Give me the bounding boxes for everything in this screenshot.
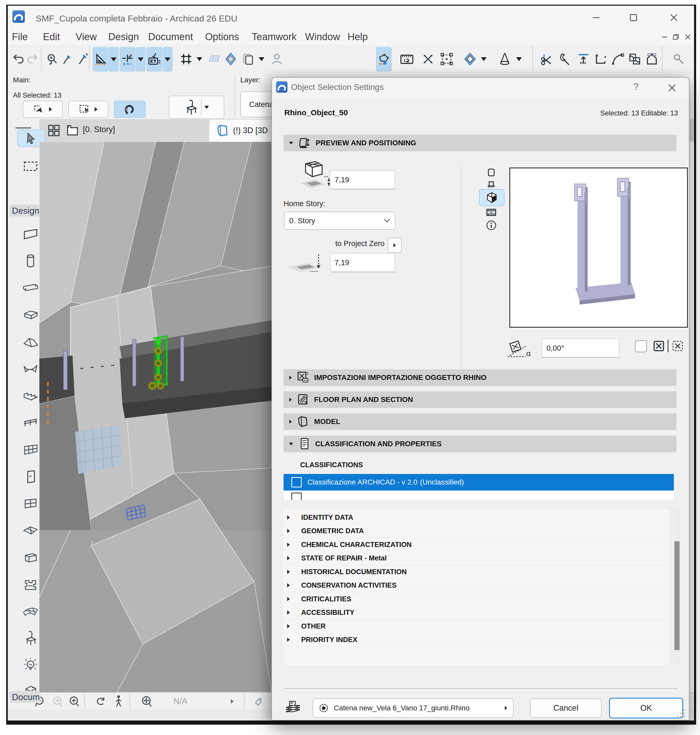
preview-section-button[interactable] [485,207,498,218]
home-story-dropdown[interactable]: 0. Story [284,212,396,230]
undo-button[interactable] [10,47,25,71]
dialog-layer-combo[interactable]: Catena new_Vela 6_Vano 17_giunti.Rhino [313,698,513,717]
measure-button[interactable] [399,47,414,71]
editing-plane-button[interactable] [223,47,238,71]
dialog-title-bar[interactable]: Object Selection Settings ? [272,78,689,97]
solid-operations-dropdown[interactable] [514,47,524,71]
arrow-tool-settings-button[interactable] [23,101,63,118]
adjust-zoom-button[interactable] [44,47,60,71]
virtual-trace-button[interactable] [241,47,256,71]
classification-row-partial[interactable] [284,491,674,500]
menu-window[interactable]: Window [305,31,340,43]
default-tool-button[interactable] [169,96,224,119]
dialog-help-button[interactable]: ? [634,81,639,92]
preview-info-button[interactable] [485,219,498,232]
quad-view-button[interactable] [47,124,60,137]
document-minimize-button[interactable] [659,32,670,42]
list-scrollbar-thumb[interactable] [674,541,679,650]
section-model[interactable]: MODEL [284,413,676,430]
transform-button[interactable] [376,47,391,72]
document-close-button[interactable] [682,32,693,42]
split-button[interactable] [540,47,555,71]
object-preview-pane[interactable] [509,168,688,328]
height-to-story-field[interactable] [330,170,395,189]
profile-manager-button[interactable] [269,47,284,71]
document-restore-button[interactable] [671,32,681,42]
property-group-row[interactable]: CONSERVATION ACTIVITIES [284,579,668,592]
property-group-row[interactable]: CRITICALITIES [284,592,668,606]
explore-walk-button[interactable] [111,694,126,709]
guide-lines-button[interactable] [93,47,108,72]
menu-document[interactable]: Document [148,31,193,43]
fit-in-window-button[interactable] [139,694,154,709]
expand-arrow-icon[interactable] [287,570,290,574]
expand-arrow-icon[interactable] [287,529,290,533]
property-group-row[interactable]: HISTORICAL DOCUMENTATION [284,565,668,579]
viewport-3d[interactable] [39,142,271,692]
stretch-button[interactable] [421,47,435,71]
menu-view[interactable]: View [76,31,97,43]
fillet-button[interactable] [610,47,625,71]
property-group-row[interactable]: PRIORITY INDEX [284,633,668,647]
elevation-field[interactable] [330,253,395,272]
grid-snap-dropdown[interactable] [195,47,204,71]
solid-operations-button[interactable] [497,47,512,71]
home-story-button[interactable] [644,47,659,71]
property-group-row[interactable]: CHEMICAL CHARACTERIZATION [284,538,668,552]
coordinates-input-button[interactable] [147,47,162,72]
expand-arrow-icon[interactable] [287,624,290,629]
minimize-button[interactable] [589,11,603,24]
guide-lines-dropdown[interactable] [109,47,119,72]
orientation-button[interactable] [251,694,265,709]
virtual-trace-dropdown[interactable] [257,47,266,71]
zoom-in-button[interactable] [67,694,81,709]
section-classification-properties[interactable]: CLASSIFICATION AND PROPERTIES [284,436,676,452]
pickup-parameters-button[interactable] [60,47,75,71]
tab-story[interactable]: [0. Story] [83,125,115,134]
property-group-row[interactable]: OTHER [284,619,668,633]
maximize-button[interactable] [626,11,641,24]
menu-design[interactable]: Design [108,31,139,43]
expand-arrow-icon[interactable] [287,638,290,642]
orbit-button[interactable] [93,694,108,709]
inject-parameters-button[interactable] [75,47,90,71]
reference-level-flyout-button[interactable] [388,238,401,253]
section-floor-plan[interactable]: FLOOR PLAN AND SECTION [284,391,676,408]
adjust-button[interactable] [557,47,572,71]
expand-arrow-icon[interactable] [287,542,290,547]
rotation-angle-field[interactable] [542,338,619,358]
classification-checkbox[interactable] [291,477,302,487]
ok-button[interactable]: OK [609,698,683,719]
coordinates-dropdown[interactable] [163,47,172,72]
resize-button[interactable] [627,47,642,71]
close-button[interactable] [666,11,681,24]
expand-arrow-icon[interactable] [287,583,290,588]
toolbox-group-document[interactable]: Docum [9,691,40,703]
classification-row-selected[interactable]: Classificazione ARCHICAD - v 2.0 (Unclas… [284,474,674,491]
ghost-symbol-button[interactable] [671,339,685,353]
snap-guides-dropdown[interactable] [136,47,146,72]
expand-arrow-icon[interactable] [287,597,290,601]
expand-arrow-icon[interactable] [287,610,290,615]
zoom-next-button[interactable] [50,694,64,709]
expand-arrow-icon[interactable] [287,515,290,520]
section-preview-positioning[interactable]: PREVIEW AND POSITIONING [284,135,676,151]
preview-2d-symbol-button[interactable] [485,167,498,178]
mirror-checkbox[interactable] [635,340,647,352]
toolbox-group-design[interactable]: Design [9,204,44,216]
dialog-resize-grip[interactable] [675,707,687,719]
menu-file[interactable]: File [12,31,28,43]
palette-handle[interactable] [16,128,31,128]
morph-mode-dropdown[interactable] [479,47,488,71]
classification-checkbox[interactable] [291,492,302,500]
grid-snap-button[interactable] [179,47,194,71]
list-scrollbar-track[interactable] [674,510,680,665]
preview-3d-view-button[interactable] [479,189,504,206]
menu-edit[interactable]: Edit [43,31,60,43]
property-group-row[interactable]: ACCESSIBILITY [284,606,668,619]
favorites-button[interactable] [671,47,686,71]
marquee-tool-settings-button[interactable] [68,101,108,118]
property-group-row[interactable]: IDENTITY DATA [284,511,668,525]
menu-teamwork[interactable]: Teamwork [252,31,297,43]
property-group-row[interactable]: GEOMETRIC DATA [284,524,668,538]
